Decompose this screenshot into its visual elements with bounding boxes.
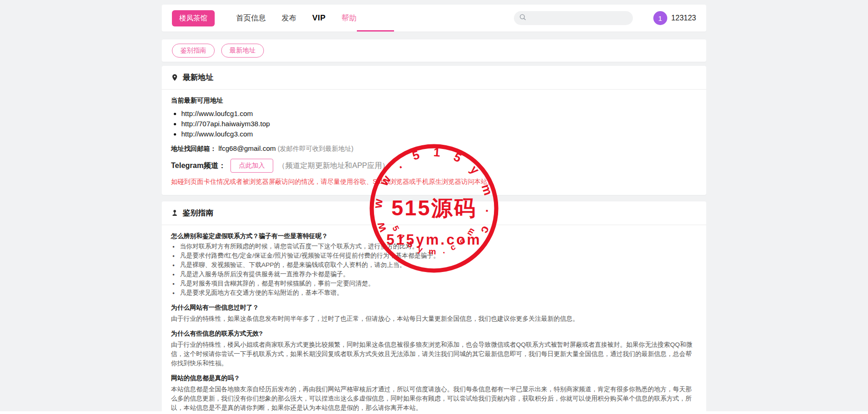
guide-answer-2: 由于行业的特殊性，如果这条信息发布时间半年多了，过时了也正常，但请放心，本站每日… <box>171 314 697 323</box>
user-area: 1 123123 <box>653 11 696 25</box>
url-list: http://www.loufcg1.com http://707api.hai… <box>181 109 697 138</box>
search-icon <box>519 13 526 23</box>
current-address-label: 当前最新可用地址 <box>171 97 697 105</box>
latest-address-header: 最新地址 <box>162 66 706 90</box>
telegram-line: Telegram频道： 点此加入 （频道定期更新地址和APP应用） <box>171 159 697 173</box>
guide-bullet: 凡是要求付路费/红包/定金/保证金/照片验证/视频验证等任何提前付费的行为，基本… <box>172 251 697 260</box>
latest-address-body: 当前最新可用地址 http://www.loufcg1.com http://7… <box>162 90 706 195</box>
joystick-icon <box>171 209 178 217</box>
identify-guide-header: 鉴别指南 <box>162 201 706 225</box>
page-container: 楼凤茶馆 首页信息 发布 VIP 帮助 1 123123 鉴别指南 最新地址 <box>162 0 706 414</box>
identify-guide-section: 鉴别指南 怎么辨别和鉴定虚假联系方式？骗子有一些显著特征呢？ 当你对联系对方有所… <box>162 201 706 414</box>
guide-question-4: 网站的信息都是真的吗？ <box>171 374 697 382</box>
url-item[interactable]: http://www.loufcg3.com <box>181 129 697 138</box>
email-label: 地址找回邮箱： <box>171 145 217 152</box>
guide-bullet-list: 当你对联系对方有所顾虑的时候，请您尝试百度一下这个联系方式，进行多方的比对。 凡… <box>172 242 697 298</box>
nav-item-home[interactable]: 首页信息 <box>236 13 266 23</box>
identify-guide-body: 怎么辨别和鉴定虚假联系方式？骗子有一些显著特征呢？ 当你对联系对方有所顾虑的时候… <box>162 225 706 414</box>
brand-button[interactable]: 楼凤茶馆 <box>172 10 215 26</box>
guide-answer-4: 本站信息都是全国各地狼友亲自经历后发布的，再由我们网站严格审核后才通过，所以可信… <box>171 385 697 413</box>
url-text[interactable]: http://www.loufcg3.com <box>181 130 253 138</box>
top-navbar: 楼凤茶馆 首页信息 发布 VIP 帮助 1 123123 <box>162 5 706 32</box>
guide-bullet: 凡是裸聊、发视频验证、下载APP的，都是来骗钱或窃取个人资料的，请勿上当。 <box>172 260 697 270</box>
guide-question-2: 为什么网站有一些信息过时了？ <box>171 304 697 312</box>
avatar[interactable]: 1 <box>653 11 667 25</box>
main-nav: 首页信息 发布 VIP 帮助 <box>236 13 372 23</box>
email-recovery-line: 地址找回邮箱： lfcg68@gmail.com (发邮件即可收到最新地址) <box>171 144 697 153</box>
telegram-label: Telegram频道： <box>171 161 226 171</box>
nav-item-publish[interactable]: 发布 <box>282 13 296 23</box>
recovery-email[interactable]: lfcg68@gmail.com <box>218 144 276 152</box>
telegram-note: （频道定期更新地址和APP应用） <box>278 161 389 171</box>
guide-answer-3: 由于行业的特殊性，楼凤小姐或者商家联系方式更换比较频繁，同时如果这条信息被很多狼… <box>171 340 697 368</box>
guide-bullet: 凡是对服务项目含糊其辞的，都是有时候猫腻的，事前一定要问清楚。 <box>172 279 697 288</box>
guide-bullet: 凡是进入服务场所后没有提供服务就一直推荐办卡都是骗子。 <box>172 270 697 279</box>
bottom-strip <box>0 411 868 414</box>
nav-item-vip[interactable]: VIP <box>312 13 326 23</box>
latest-address-section: 最新地址 当前最新可用地址 http://www.loufcg1.com htt… <box>162 66 706 195</box>
username-label[interactable]: 123123 <box>671 14 696 22</box>
active-nav-underline <box>357 30 394 32</box>
search-input[interactable] <box>530 14 623 22</box>
guide-question-1: 怎么辨别和鉴定虚假联系方式？骗子有一些显著特征呢？ <box>171 232 697 240</box>
search-box[interactable] <box>514 11 633 25</box>
telegram-join-button[interactable]: 点此加入 <box>230 159 273 173</box>
browser-warning-text: 如碰到页面卡住情况或者被浏览器屏蔽访问的情况，请尽量使用谷歌、Safria浏览器… <box>171 178 697 186</box>
section-title: 鉴别指南 <box>183 208 213 218</box>
url-item[interactable]: http://707api.haiwaiym38.top <box>181 119 697 128</box>
quick-tabs-bar: 鉴别指南 最新地址 <box>162 39 706 62</box>
tab-latest-address[interactable]: 最新地址 <box>221 44 264 58</box>
url-text[interactable]: http://www.loufcg1.com <box>181 110 253 117</box>
tab-identify-guide[interactable]: 鉴别指南 <box>172 44 215 58</box>
guide-bullet: 凡是要求见面地方在交通方便的车站附近的，基本不靠谱。 <box>172 288 697 298</box>
location-pin-icon <box>171 74 178 81</box>
guide-question-3: 为什么有些信息的联系方式无效? <box>171 330 697 338</box>
url-text[interactable]: http://707api.haiwaiym38.top <box>181 120 270 128</box>
section-title: 最新地址 <box>183 72 213 83</box>
email-note: (发邮件即可收到最新地址) <box>277 145 353 152</box>
nav-item-help[interactable]: 帮助 <box>342 13 356 23</box>
guide-bullet: 当你对联系对方有所顾虑的时候，请您尝试百度一下这个联系方式，进行多方的比对。 <box>172 242 697 251</box>
url-item[interactable]: http://www.loufcg1.com <box>181 109 697 118</box>
